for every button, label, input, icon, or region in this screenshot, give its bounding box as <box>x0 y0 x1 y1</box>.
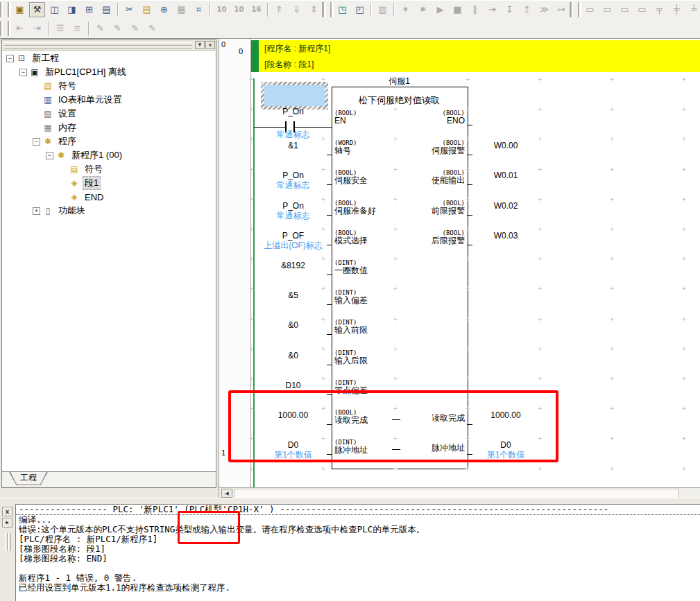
pin-address[interactable]: W0.03 <box>470 231 542 241</box>
rung-number-0: 0 <box>221 40 225 49</box>
stop-button[interactable]: ■ <box>450 2 466 17</box>
view-diagram-button[interactable]: ▣ <box>12 2 28 17</box>
pin-value[interactable]: P_On <box>255 201 332 211</box>
output-grip[interactable] <box>5 533 8 551</box>
io-window-button[interactable]: ⊞ <box>81 2 97 17</box>
toolbar-grip[interactable] <box>1 2 9 17</box>
download-button[interactable]: ⇓ <box>289 2 305 17</box>
differential-monitor-4-button[interactable]: ✎ <box>144 21 160 36</box>
differential-monitor-1-button[interactable]: ✎ <box>92 21 108 36</box>
tab-project[interactable]: 工程 <box>9 472 48 485</box>
monitor-hex-button[interactable]: 16 <box>248 2 264 17</box>
pin-address[interactable]: W0.02 <box>470 201 542 211</box>
binary-grid-button[interactable]: ⌗ <box>191 2 207 17</box>
continuous-step-button[interactable]: ≫ <box>536 2 552 17</box>
tree-item-project[interactable]: −⊡新工程 <box>2 51 216 65</box>
toolbar-grip[interactable] <box>1 21 9 36</box>
insert-instruction-button[interactable]: ✂ <box>121 2 137 17</box>
toolbar-grip[interactable] <box>324 2 332 17</box>
pause-monitor-3-button[interactable]: ▭ <box>617 2 633 17</box>
compile-output-text[interactable]: ----------------- PLC: '新PLC1' (PLC机型'CP… <box>15 504 700 601</box>
output-close-button[interactable]: x <box>2 507 12 516</box>
rung-comment-list-button[interactable]: ☰ <box>52 21 68 36</box>
pin-value[interactable]: &0 <box>255 351 332 360</box>
grid-cross: + <box>466 166 470 173</box>
tree-item-program[interactable]: −✱新程序1 (00) <box>2 148 216 162</box>
tree-dropdown-button[interactable]: ▼ <box>195 41 205 49</box>
tree-item-section-end[interactable]: ◈END <box>2 190 216 204</box>
cross-reference-button[interactable]: ◨ <box>64 2 80 17</box>
properties-button[interactable]: ▤ <box>99 2 114 17</box>
tree-titlebar[interactable]: ▼ x <box>2 40 216 51</box>
indent-increase-button[interactable]: ⇥ <box>29 21 45 36</box>
tree-item-io-table[interactable]: ▥IO表和单元设置 <box>2 93 216 107</box>
differential-monitor-2-button[interactable]: ✎ <box>110 21 126 36</box>
work-online-button[interactable]: ◳ <box>334 2 350 17</box>
pause-monitor-2-button[interactable]: ▭ <box>599 2 615 17</box>
monitor-toggle-button[interactable]: ▥ <box>375 2 391 17</box>
tree-item-plc[interactable]: −▣新PLC1[CP1H] 离线 <box>2 65 216 79</box>
pin-stub <box>327 334 332 335</box>
collapse-box[interactable]: − <box>6 55 14 62</box>
differential-monitor-3-button[interactable]: ✎ <box>127 21 143 36</box>
toolbar-grip[interactable] <box>572 2 579 17</box>
rung-annotation-button[interactable]: ≡ <box>69 21 85 36</box>
tree-item-memory[interactable]: ▦内存 <box>2 121 216 134</box>
collapse-box[interactable]: − <box>19 69 27 76</box>
pause-button[interactable]: ‖ <box>467 2 483 17</box>
run-to-cursor-button[interactable]: ↦ <box>554 2 570 17</box>
ladder-contact-button[interactable]: ╤ <box>651 2 667 17</box>
upload-button[interactable]: ⇑ <box>271 2 287 17</box>
fb-input-pin-输入前限: (DINT)输入前限 <box>334 319 418 334</box>
output-grip[interactable] <box>8 533 11 551</box>
pin-value[interactable]: &1 <box>255 141 332 150</box>
grid-cross: + <box>249 256 253 263</box>
tree-item-symbols[interactable]: ▤符号 <box>2 79 216 93</box>
tree-item-programs[interactable]: −✱程序 <box>2 134 216 148</box>
pause-monitor-4-button[interactable]: ▭ <box>634 2 650 17</box>
expand-box[interactable]: + <box>33 207 40 215</box>
pin-address[interactable]: W0.01 <box>470 171 542 180</box>
tree-item-settings[interactable]: ▧设置 <box>2 107 216 121</box>
step-out-button[interactable]: ↥ <box>519 2 535 17</box>
verify-button[interactable]: ⇕ <box>306 2 322 17</box>
tree-close-button[interactable]: x <box>205 41 215 49</box>
pause-monitor-1-button[interactable]: ▭ <box>582 2 598 17</box>
run-button[interactable]: ▶ <box>432 2 448 17</box>
tree-item-symbols[interactable]: ▤符号 <box>2 162 216 176</box>
pin-value[interactable]: P_OF <box>255 231 332 241</box>
collapse-box[interactable]: − <box>46 152 53 159</box>
compile-button[interactable]: ⚒ <box>29 2 45 17</box>
step-in-button[interactable]: ↧ <box>502 2 518 17</box>
monitor-decimal-button[interactable]: 10 <box>214 2 230 17</box>
pin-address[interactable]: W0.00 <box>470 141 542 150</box>
collapse-box[interactable]: − <box>33 138 40 146</box>
force-off-button[interactable]: ✷ <box>415 2 431 17</box>
pin-value[interactable]: P_On <box>255 171 332 180</box>
output-expand-button[interactable]: ▸ <box>2 518 12 528</box>
pin-stub <box>327 365 332 365</box>
pin-value[interactable]: &8192 <box>255 261 332 270</box>
symbol-table-button[interactable]: ▤ <box>139 2 155 17</box>
step-run-button[interactable]: ⇥ <box>484 2 500 17</box>
online-edit-button[interactable]: ◰ <box>352 2 368 17</box>
force-on-button[interactable]: ✶ <box>398 2 413 17</box>
pin-value[interactable]: &0 <box>255 320 332 330</box>
address-reference-button[interactable]: ⊕ <box>156 2 172 17</box>
monitor-view-button[interactable]: ◫ <box>46 2 62 17</box>
contact-symbol-name[interactable]: P_On <box>255 107 332 116</box>
fb-output-pin-使能输出: (BOOL)使能输出 <box>393 169 465 184</box>
pin-value[interactable]: D10 <box>255 381 332 390</box>
scroll-left-button[interactable]: ◀ <box>221 489 232 498</box>
ladder-contact-not-button[interactable]: ╪ <box>669 2 685 17</box>
grid-cross: + <box>538 286 542 293</box>
tree-item-function-blocks[interactable]: +▯功能块 <box>2 204 216 218</box>
clipboard-button[interactable]: ▦ <box>173 2 189 17</box>
ladder-cursor[interactable] <box>261 82 328 110</box>
pin-value-comment: 常通标志 <box>255 210 332 222</box>
ladder-coil-button[interactable]: ╧ <box>686 2 700 17</box>
indent-decrease-button[interactable]: ⇤ <box>12 21 28 36</box>
tree-item-section[interactable]: ◈段1 <box>2 176 216 190</box>
monitor-signed-decimal-button[interactable]: 10 <box>231 2 247 17</box>
pin-value[interactable]: &5 <box>255 290 332 300</box>
